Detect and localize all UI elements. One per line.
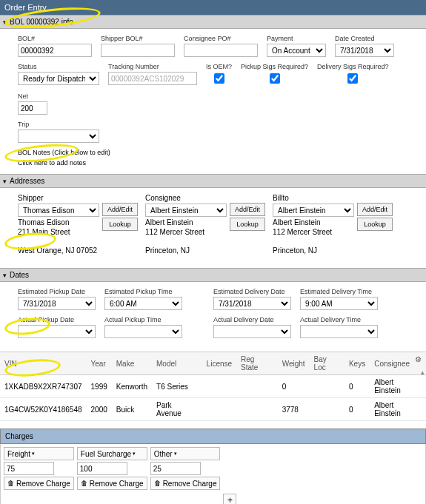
cell-weight: 3778	[278, 398, 310, 421]
act-delivery-date-select[interactable]	[213, 325, 291, 338]
is-oem-label: Is OEM?	[206, 63, 232, 70]
act-pickup-time-label: Actual Pickup Time	[104, 316, 182, 323]
delivery-sigs-checkbox[interactable]	[347, 73, 358, 84]
consignee-name: Albert Einstein	[145, 218, 227, 226]
section-dates-label: Dates	[10, 271, 29, 279]
bol-num-label: BOL#	[18, 35, 92, 42]
cell-regstate	[236, 375, 278, 398]
consignee-lookup-button[interactable]: Lookup	[230, 218, 265, 231]
bol-notes-area[interactable]: Click here to add notes	[18, 159, 408, 167]
pickup-sigs-label: Pickup Sigs Required?	[241, 63, 308, 70]
payment-select[interactable]: On Account	[267, 44, 326, 57]
cell-vin: 1G4CW52K0Y4186548	[0, 398, 87, 421]
trip-label: Trip	[18, 121, 99, 128]
cell-consignee: Albert Einstein	[370, 375, 426, 398]
cell-keys: 0	[345, 375, 370, 398]
shipper-add-edit-button[interactable]: Add/Edit	[102, 203, 138, 216]
section-addresses-label: Addresses	[10, 177, 44, 185]
est-pickup-time-select[interactable]: 6:00 AM	[104, 297, 182, 310]
cell-year: 1999	[87, 375, 112, 398]
shipper-select[interactable]: Thomas Edison	[18, 204, 99, 217]
est-pickup-date-select[interactable]: 7/31/2018	[18, 297, 96, 310]
caret-down-icon: ▾	[3, 178, 7, 185]
remove-charge-button[interactable]: 🗑Remove Charge	[150, 477, 221, 490]
consignee-add-edit-button[interactable]: Add/Edit	[230, 203, 265, 216]
billto-name: Albert Einstein	[273, 218, 354, 226]
section-dates[interactable]: ▾ Dates	[0, 268, 426, 282]
billto-select[interactable]: Albert Einstein	[273, 204, 354, 217]
remove-charge-button[interactable]: 🗑Remove Charge	[4, 477, 74, 490]
status-select[interactable]: Ready for Dispatch	[18, 72, 99, 85]
est-delivery-time-select[interactable]: 9:00 AM	[300, 297, 378, 310]
section-charges-label: Charges	[5, 432, 33, 440]
act-pickup-date-label: Actual Pickup Date	[18, 316, 96, 323]
tracking-input[interactable]	[108, 72, 197, 85]
col-license[interactable]: License	[202, 352, 236, 375]
cell-model: Park Avenue	[152, 398, 202, 421]
charge-value-input[interactable]	[4, 462, 54, 475]
charge-name-select[interactable]: Fuel Surcharge▾	[77, 447, 147, 460]
gear-icon[interactable]: ⚙	[415, 355, 422, 363]
est-delivery-date-select[interactable]: 7/31/2018	[213, 297, 291, 310]
page-title: Order Entry	[0, 0, 426, 15]
shipper-city: West Orange, NJ 07052	[18, 246, 99, 255]
billto-lookup-button[interactable]: Lookup	[357, 218, 393, 231]
table-row[interactable]: 1G4CW52K0Y41865482000BuickPark Avenue377…	[0, 398, 426, 421]
consignee-po-label: Consignee PO#	[184, 35, 258, 42]
trip-select[interactable]	[18, 130, 99, 143]
act-pickup-date-select[interactable]	[18, 325, 96, 338]
cell-bayloc	[310, 375, 345, 398]
pickup-sigs-checkbox[interactable]	[270, 73, 280, 84]
cell-consignee: Albert Einstein	[370, 398, 426, 421]
remove-charge-button[interactable]: 🗑Remove Charge	[77, 477, 147, 490]
billto-add-edit-button[interactable]: Add/Edit	[357, 203, 393, 216]
payment-label: Payment	[267, 35, 326, 42]
section-charges[interactable]: Charges	[0, 429, 426, 444]
cell-model: T6 Series	[152, 375, 202, 398]
est-delivery-time-label: Estimated Delivery Time	[300, 288, 378, 295]
col-regstate[interactable]: Reg State	[236, 352, 278, 375]
shipper-bol-input[interactable]	[101, 44, 175, 57]
is-oem-checkbox[interactable]	[214, 73, 224, 84]
shipper-lookup-button[interactable]: Lookup	[102, 218, 138, 231]
cell-make: Buick	[112, 398, 152, 421]
act-delivery-time-select[interactable]	[300, 325, 378, 338]
date-created-select[interactable]: 7/31/2018	[335, 44, 394, 57]
cell-regstate	[236, 398, 278, 421]
vin-table: VIN Year Make Model License Reg State We…	[0, 352, 426, 421]
billto-city: Princeton, NJ	[273, 246, 354, 255]
net-input[interactable]	[18, 101, 47, 115]
cell-license	[202, 375, 236, 398]
charge-value-input[interactable]	[77, 462, 127, 475]
trash-icon: 🗑	[7, 480, 14, 487]
charge-name-select[interactable]: Freight▾	[4, 447, 74, 460]
est-pickup-date-label: Estimated Pickup Date	[18, 288, 96, 295]
cell-year: 2000	[87, 398, 112, 421]
section-bol-label: BOL 00000392 info	[10, 18, 73, 26]
col-weight[interactable]: Weight	[278, 352, 310, 375]
bol-num-input[interactable]	[18, 44, 92, 57]
act-delivery-time-label: Actual Delivery Time	[300, 316, 378, 323]
col-bayloc[interactable]: Bay Loc	[310, 352, 345, 375]
add-charge-button[interactable]: +	[223, 494, 236, 504]
col-vin[interactable]: VIN	[0, 352, 87, 375]
charge-name-select[interactable]: Other▾	[150, 447, 221, 460]
section-addresses[interactable]: ▾ Addresses	[0, 174, 426, 188]
col-make[interactable]: Make	[112, 352, 152, 375]
scroll-up-icon[interactable]: ▴	[421, 369, 425, 376]
shipper-street: 211 Main Street	[18, 228, 99, 236]
act-pickup-time-select[interactable]	[104, 325, 182, 338]
charge-value-input[interactable]	[150, 462, 201, 475]
col-keys[interactable]: Keys	[345, 352, 370, 375]
col-model[interactable]: Model	[152, 352, 202, 375]
consignee-po-input[interactable]	[184, 44, 258, 57]
cell-weight: 0	[278, 375, 310, 398]
section-bol-info[interactable]: ▾ BOL 00000392 info	[0, 15, 426, 29]
consignee-city: Princeton, NJ	[145, 246, 227, 255]
consignee-select[interactable]: Albert Einstein	[145, 204, 227, 217]
shipper-bol-label: Shipper BOL#	[101, 35, 175, 42]
table-row[interactable]: 1XKADB9X2XR7473071999KenworthT6 Series00…	[0, 375, 426, 398]
bol-notes-label: BOL Notes (Click below to edit)	[18, 149, 408, 156]
col-year[interactable]: Year	[87, 352, 112, 375]
cell-keys: 0	[345, 398, 370, 421]
